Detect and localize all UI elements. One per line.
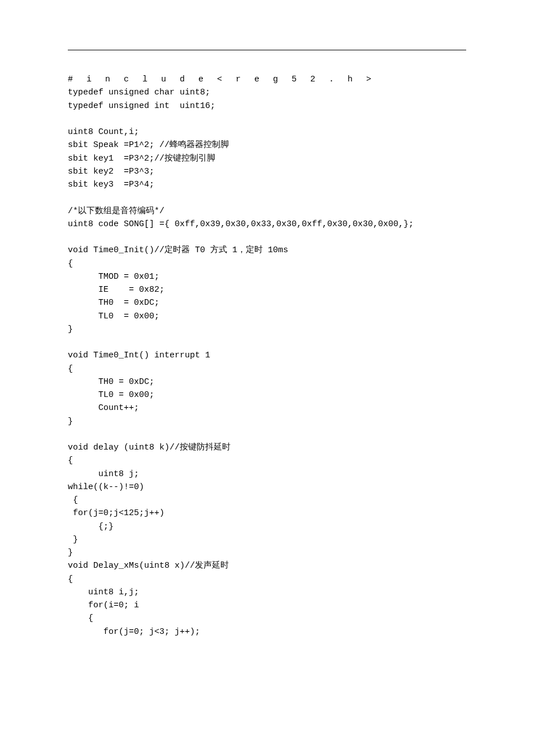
document-page: #include<reg52.h> typedef unsigned char … xyxy=(0,0,534,756)
code-block: typedef unsigned char uint8; typedef uns… xyxy=(68,86,466,638)
header-rule xyxy=(68,50,466,50)
include-directive: #include<reg52.h> xyxy=(68,73,466,86)
